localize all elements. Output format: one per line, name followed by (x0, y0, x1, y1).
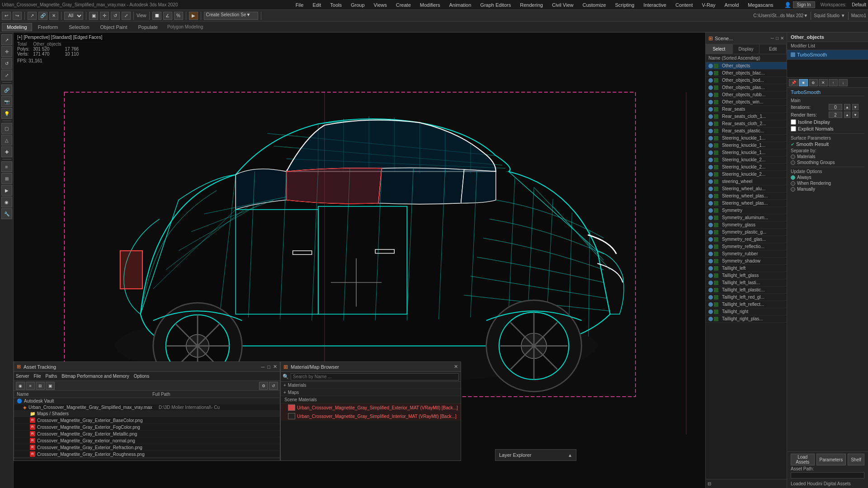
menu-content[interactable]: Content (674, 2, 695, 8)
lt-shapes[interactable]: △ (1, 135, 12, 145)
mat-close-button[interactable]: ✕ (454, 364, 458, 370)
scene-list-item[interactable]: Other_objects_blac... (706, 70, 787, 77)
select-object-button[interactable]: ↗ (28, 12, 37, 20)
asset-tb-btn4[interactable]: ▣ (46, 382, 55, 390)
menu-modifiers[interactable]: Modifiers (418, 2, 442, 8)
lt-utilities[interactable]: 🔧 (1, 208, 12, 219)
scene-restore-button[interactable]: □ (776, 36, 778, 41)
menu-views[interactable]: Views (372, 2, 389, 8)
percent-snap[interactable]: % (174, 12, 183, 20)
asset-menu-paths[interactable]: Paths (46, 374, 57, 379)
render-iters-input[interactable] (829, 112, 842, 118)
asset-row-tex1[interactable]: R Crossover_Magnetite_Gray_Exterior_FogC… (14, 424, 280, 431)
mat-search-input[interactable] (291, 373, 459, 380)
menu-interactive[interactable]: Interactive (642, 2, 668, 8)
lt-geometry[interactable]: ▢ (1, 123, 12, 134)
scene-list-item[interactable]: Taillight_left_plastic... (706, 286, 787, 294)
mat-item-1[interactable]: Urban_Crossover_Magnetite_Gray_Simplifie… (281, 412, 461, 421)
scene-list-item[interactable]: Other_objects_win... (706, 99, 787, 106)
asset-row-tex3[interactable]: R Crossover_Magnetite_Gray_exterior_norm… (14, 437, 280, 444)
angle-snap[interactable]: ∠ (163, 12, 172, 20)
asset-menu-options[interactable]: Options (134, 374, 149, 379)
menu-tools[interactable]: Tools (328, 2, 344, 8)
iterations-input[interactable] (829, 104, 842, 110)
menu-civil-view[interactable]: Civil View (550, 2, 575, 8)
asset-row-tex5[interactable]: R Crossover_Magnetite_Gray_Exterior_Roug… (14, 451, 280, 458)
mod-down-button[interactable]: ↓ (839, 79, 848, 86)
scene-list-item[interactable]: Steering_knuckle_2... (706, 171, 787, 178)
scene-list-item[interactable]: Other_objects_plas... (706, 84, 787, 91)
tab-modeling[interactable]: Modeling (2, 23, 32, 31)
parameters-button[interactable]: Parameters (816, 454, 846, 465)
scene-list-item[interactable]: Taillight_left_red_gl... (706, 294, 787, 301)
lt-rotate[interactable]: ↺ (1, 58, 12, 69)
scene-tab-display[interactable]: Display (733, 44, 760, 54)
scene-tab-edit[interactable]: Edit (760, 44, 787, 54)
asset-tb-settings[interactable]: ⚙ (259, 382, 268, 390)
asset-row-tex0[interactable]: R Crossover_Magnetite_Gray_Exterior_Base… (14, 417, 280, 424)
scene-list-item[interactable]: Taillight_left_lasti... (706, 279, 787, 286)
move-button[interactable]: ✛ (100, 12, 109, 20)
smoothing-groups-radio[interactable] (791, 160, 795, 165)
scene-list-item[interactable]: Symmetry_glass (706, 221, 787, 229)
asset-restore-button[interactable]: □ (267, 364, 270, 370)
tab-populate[interactable]: Populate (133, 23, 162, 31)
menu-animation[interactable]: Animation (447, 2, 473, 8)
scene-list-item[interactable]: Other_objects_bod... (706, 77, 787, 84)
scene-list-item[interactable]: Symmetry (706, 207, 787, 214)
scene-list[interactable]: Other_objects Other_objects_blac... Othe… (706, 62, 787, 479)
scene-list-item[interactable]: Symmetry_reflectio... (706, 243, 787, 250)
asset-row-tex2[interactable]: R Crossover_Magnetite_Gray_Exterior_Meta… (14, 431, 280, 437)
scene-list-item[interactable]: Steering_knuckle_1... (706, 142, 787, 149)
scene-list-item[interactable]: Steering_wheel_alu... (706, 185, 787, 192)
load-assets-button[interactable]: Load Assets (791, 454, 815, 465)
tab-selection[interactable]: Selection (64, 23, 94, 31)
render-iters-up[interactable]: ▲ (844, 112, 850, 118)
create-selection-dropdown[interactable]: Create Selection Se▼ (204, 12, 258, 20)
snaps-toggle[interactable]: 🔲 (152, 12, 161, 20)
layer-expand-icon[interactable]: ▲ (568, 453, 572, 458)
scene-list-item[interactable]: Steering_knuckle_2... (706, 164, 787, 171)
scene-list-item[interactable]: steering_wheel (706, 178, 787, 185)
scene-list-item[interactable]: Steering_knuckle_2... (706, 156, 787, 164)
mat-section-maps[interactable]: + Maps (281, 389, 461, 396)
scene-list-item[interactable]: Symmetry_shadow (706, 258, 787, 265)
lt-scale[interactable]: ⤢ (1, 70, 12, 80)
asset-menu-file[interactable]: File (33, 374, 41, 379)
menu-arnold[interactable]: Arnold (722, 2, 741, 8)
unlink-button[interactable]: ✕ (49, 12, 58, 20)
menu-graph-editors[interactable]: Graph Editors (478, 2, 513, 8)
mod-copy-button[interactable]: ⊕ (809, 79, 818, 86)
shelf-button[interactable]: Shelf (848, 454, 864, 465)
lt-helpers[interactable]: ✚ (1, 146, 12, 157)
mod-pin-button[interactable]: 📌 (789, 79, 798, 86)
always-radio[interactable] (791, 175, 795, 180)
tab-freeform[interactable]: Freeform (33, 23, 63, 31)
scene-list-item[interactable]: Rear_seats (706, 106, 787, 113)
scene-list-item[interactable]: Symmetry_aluminum... (706, 214, 787, 221)
redo-button[interactable]: ↪ (13, 12, 22, 20)
lt-link[interactable]: 🔗 (1, 84, 12, 95)
isoline-checkbox[interactable] (791, 119, 796, 125)
scene-list-item[interactable]: Rear_seats_cloth_1... (706, 113, 787, 120)
scene-list-item[interactable]: Taillight_right (706, 308, 787, 315)
explicit-normals-checkbox[interactable] (791, 126, 796, 131)
lt-motion[interactable]: ▶ (1, 185, 12, 196)
asset-tb-refresh[interactable]: ↺ (269, 382, 278, 390)
mod-active-button[interactable]: ■ (799, 79, 808, 86)
undo-button[interactable]: ↩ (2, 12, 11, 20)
menu-group[interactable]: Group (349, 2, 367, 8)
menu-customize[interactable]: Customize (580, 2, 608, 8)
asset-row-file[interactable]: ◈ Urban_Crossover_Magnetite_Gray_Simplif… (14, 404, 280, 411)
asset-tb-btn1[interactable]: ◉ (16, 382, 25, 390)
modifier-entry[interactable]: TurboSmooth (787, 50, 868, 60)
menu-file[interactable]: File (294, 2, 306, 8)
menu-rendering[interactable]: Rendering (518, 2, 545, 8)
lt-move[interactable]: ✛ (1, 46, 12, 57)
scene-list-item[interactable]: Symmetry_red_glas... (706, 236, 787, 243)
asset-minimize-button[interactable]: ─ (261, 364, 265, 370)
scene-list-item[interactable]: Rear_seats_plastic... (706, 127, 787, 135)
scene-list-item[interactable]: Steering_knuckle_1... (706, 149, 787, 156)
lt-display[interactable]: ◉ (1, 197, 12, 207)
rotate-button[interactable]: ↺ (111, 12, 120, 20)
